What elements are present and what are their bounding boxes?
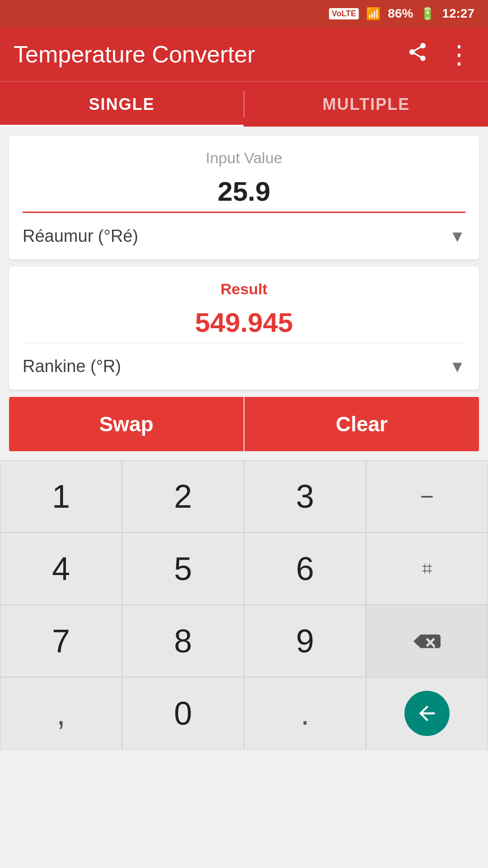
result-unit-label: Rankine (°R) xyxy=(23,357,121,376)
time-display: 12:27 xyxy=(442,6,474,21)
numeric-keyboard: 1 2 3 − 4 5 6 ⌗ 7 8 9 , 0 . xyxy=(0,460,488,750)
key-8[interactable]: 8 xyxy=(122,605,244,677)
main-content: Input Value Réaumur (°Ré) ▼ Result 549.9… xyxy=(0,127,488,460)
battery-percent: 86% xyxy=(388,6,413,21)
key-enter-cell[interactable] xyxy=(366,677,488,750)
key-space[interactable]: ⌗ xyxy=(366,533,488,605)
swap-button[interactable]: Swap xyxy=(9,397,244,451)
signal-icon: 📶 xyxy=(366,7,380,21)
input-unit-label: Réaumur (°Ré) xyxy=(23,226,138,246)
result-unit-dropdown[interactable]: Rankine (°R) ▼ xyxy=(23,352,465,381)
clear-button[interactable]: Clear xyxy=(244,397,479,451)
battery-icon: 🔋 xyxy=(420,7,435,21)
input-unit-arrow-icon: ▼ xyxy=(449,227,465,246)
key-7[interactable]: 7 xyxy=(0,605,122,677)
input-card: Input Value Réaumur (°Ré) ▼ xyxy=(9,136,479,259)
more-options-icon[interactable]: ⋮ xyxy=(442,35,474,74)
result-value: 549.945 xyxy=(23,307,465,343)
key-comma[interactable]: , xyxy=(0,677,122,750)
app-bar: Temperature Converter ⋮ xyxy=(0,27,488,81)
key-3[interactable]: 3 xyxy=(244,460,366,533)
result-label: Result xyxy=(23,280,465,298)
result-card: Result 549.945 Rankine (°R) ▼ xyxy=(9,267,479,390)
tab-single[interactable]: SINGLE xyxy=(0,82,244,127)
input-unit-dropdown[interactable]: Réaumur (°Ré) ▼ xyxy=(23,222,465,250)
key-minus[interactable]: − xyxy=(366,460,488,533)
key-0[interactable]: 0 xyxy=(122,677,244,750)
key-4[interactable]: 4 xyxy=(0,533,122,605)
input-field[interactable] xyxy=(23,176,465,213)
key-5[interactable]: 5 xyxy=(122,533,244,605)
result-unit-arrow-icon: ▼ xyxy=(449,357,465,376)
key-enter[interactable] xyxy=(404,691,450,736)
tab-multiple[interactable]: MULTIPLE xyxy=(244,82,488,127)
input-label: Input Value xyxy=(23,149,465,167)
key-2[interactable]: 2 xyxy=(122,460,244,533)
app-title: Temperature Converter xyxy=(14,41,393,68)
key-dot[interactable]: . xyxy=(244,677,366,750)
key-1[interactable]: 1 xyxy=(0,460,122,533)
key-6[interactable]: 6 xyxy=(244,533,366,605)
action-buttons: Swap Clear xyxy=(9,397,479,451)
tabs: SINGLE MULTIPLE xyxy=(0,81,488,127)
key-9[interactable]: 9 xyxy=(244,605,366,677)
volte-badge: VoLTE xyxy=(329,8,359,19)
key-backspace[interactable] xyxy=(366,605,488,677)
status-bar: VoLTE 📶 86% 🔋 12:27 xyxy=(0,0,488,27)
share-icon[interactable] xyxy=(402,37,433,72)
